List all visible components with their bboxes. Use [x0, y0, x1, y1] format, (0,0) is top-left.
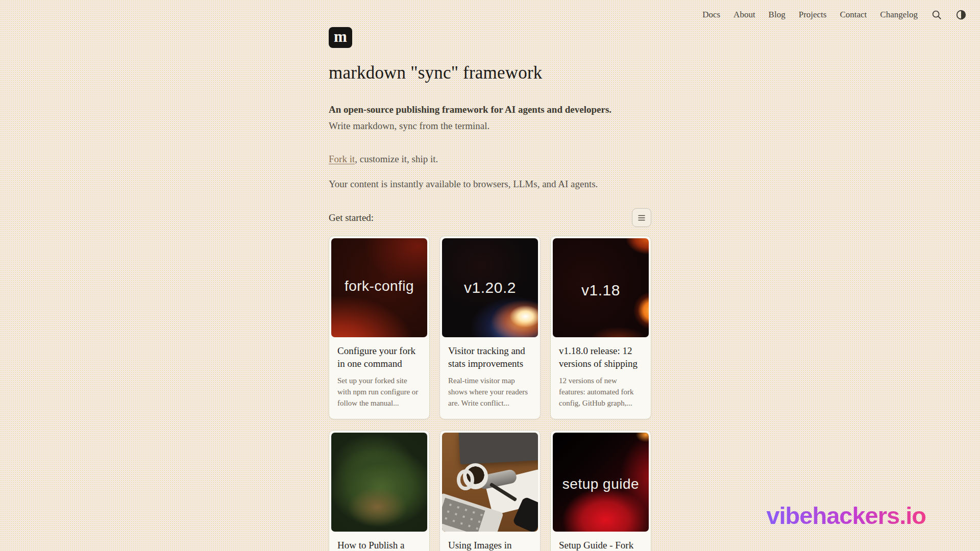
page-title: markdown "sync" framework — [329, 63, 651, 83]
card-body: v1.18.0 release: 12 versions of shipping… — [553, 337, 649, 417]
card-title: Using Images in Blog Posts — [448, 539, 532, 551]
card-body: Using Images in Blog Posts Learn how to … — [442, 532, 538, 551]
site-logo-letter: m — [334, 29, 347, 44]
intro-lead-bold: An open-source publishing framework for … — [329, 104, 651, 115]
card-image-caption: setup guide — [553, 476, 649, 492]
card-body: Setup Guide - Fork and Deploy Your Own M… — [553, 532, 649, 551]
get-started-label: Get started: — [329, 212, 374, 223]
nav-item-contact[interactable]: Contact — [840, 10, 867, 20]
card-description: Set up your forked site with npm run con… — [337, 375, 421, 409]
post-card-visitor-tracking[interactable]: v1.20.2 Visitor tracking and stats impro… — [439, 236, 541, 419]
top-nav: Docs About Blog Projects Contact Changel… — [702, 9, 967, 20]
card-image-setup-guide: setup guide — [553, 433, 649, 532]
desk-keyboard-shape — [442, 498, 485, 532]
fork-it-link[interactable]: Fork it — [329, 154, 355, 164]
card-title: Setup Guide - Fork and Deploy Your Own M… — [559, 539, 643, 551]
fork-line: Fork it, customize it, ship it. — [329, 154, 651, 165]
card-title: How to Publish a Blog Post — [337, 539, 421, 551]
nav-item-blog[interactable]: Blog — [769, 10, 786, 20]
card-image-desk-photo — [442, 433, 538, 532]
search-icon[interactable] — [931, 9, 942, 20]
nav-item-projects[interactable]: Projects — [799, 10, 827, 20]
nav-item-changelog[interactable]: Changelog — [880, 10, 918, 20]
card-image-v1-18: v1.18 — [553, 238, 649, 337]
card-image-caption: fork-config — [331, 278, 427, 294]
post-card-configure-fork[interactable]: fork-config Configure your fork in one c… — [329, 236, 430, 419]
card-image-caption: v1.18 — [553, 282, 649, 299]
card-title: v1.18.0 release: 12 versions of shipping — [559, 344, 643, 370]
desk-wall-shape — [458, 433, 538, 464]
list-icon — [637, 213, 646, 222]
site-logo[interactable]: m — [329, 27, 352, 48]
post-card-grid: fork-config Configure your fork in one c… — [329, 236, 651, 551]
post-card-how-to-publish[interactable]: How to Publish a Blog Post Quick guide o… — [329, 430, 430, 551]
card-image-fork-config: fork-config — [331, 238, 427, 337]
get-started-row: Get started: — [329, 208, 651, 227]
fork-line-rest: , customize it, ship it. — [355, 154, 438, 164]
post-card-using-images[interactable]: Using Images in Blog Posts Learn how to … — [439, 430, 541, 551]
card-description: 12 versions of new features: automated f… — [559, 375, 643, 409]
card-body: Visitor tracking and stats improvements … — [442, 337, 538, 417]
post-card-v118-release[interactable]: v1.18 v1.18.0 release: 12 versions of sh… — [550, 236, 651, 419]
desk-coffee-mug-shape — [463, 463, 488, 489]
availability-line: Your content is instantly available to b… — [329, 179, 651, 190]
card-title: Configure your fork in one command — [337, 344, 421, 370]
card-title: Visitor tracking and stats improvements — [448, 344, 532, 370]
card-body: How to Publish a Blog Post Quick guide o… — [331, 532, 427, 551]
main-content: m markdown "sync" framework An open-sour… — [329, 0, 651, 551]
post-card-setup-guide[interactable]: setup guide Setup Guide - Fork and Deplo… — [550, 430, 651, 551]
list-view-toggle-button[interactable] — [632, 208, 651, 227]
card-image-caption: v1.20.2 — [442, 279, 538, 296]
card-body: Configure your fork in one command Set u… — [331, 337, 427, 417]
nav-item-about[interactable]: About — [733, 10, 755, 20]
card-description: Real-time visitor map shows where your r… — [448, 375, 532, 409]
card-image-v1-20-2: v1.20.2 — [442, 238, 538, 337]
nav-item-docs[interactable]: Docs — [702, 10, 720, 20]
intro-lead-regular: Write markdown, sync from the terminal. — [329, 120, 651, 132]
theme-toggle-icon[interactable] — [955, 9, 967, 20]
card-image-forest-photo — [331, 433, 427, 532]
vibehackers-watermark: vibehackers.io — [766, 502, 926, 530]
